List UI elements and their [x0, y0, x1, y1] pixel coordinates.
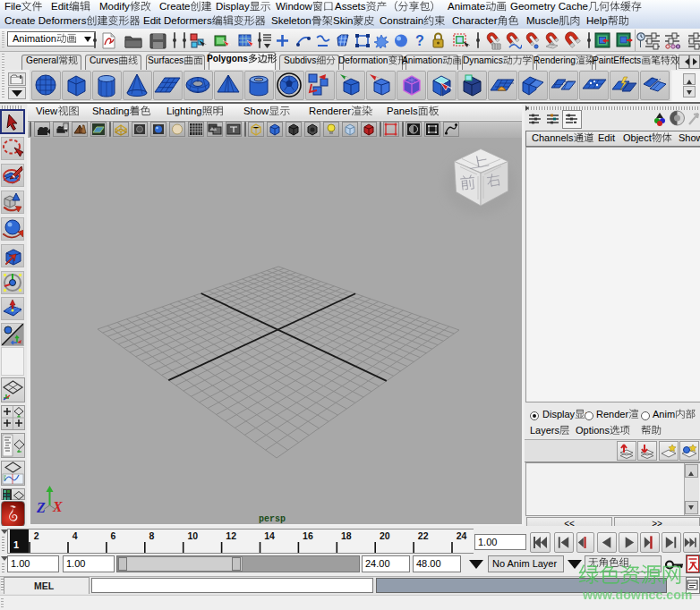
- svg-text:22: 22: [418, 530, 429, 541]
- svg-text:Curves: Curves: [90, 55, 118, 65]
- svg-text:Animate: Animate: [448, 1, 485, 12]
- svg-text:Renderer: Renderer: [309, 106, 351, 116]
- svg-text:persp: persp: [259, 514, 286, 524]
- svg-text:Window: Window: [276, 1, 313, 12]
- svg-text:Create: Create: [159, 1, 191, 12]
- svg-text:Deformation: Deformation: [338, 55, 388, 65]
- svg-text:Assets: Assets: [335, 1, 366, 12]
- svg-text:?: ?: [415, 33, 424, 48]
- svg-text:Animation: Animation: [13, 33, 56, 44]
- svg-text:4: 4: [73, 530, 78, 541]
- svg-text:Animation: Animation: [402, 55, 442, 65]
- svg-text:8: 8: [149, 530, 155, 541]
- svg-text:Anim: Anim: [653, 409, 675, 419]
- svg-text:PaintEffects: PaintEffects: [593, 55, 641, 65]
- svg-text:www.downcc.com: www.downcc.com: [582, 588, 692, 602]
- svg-text:12: 12: [226, 530, 236, 541]
- svg-text:Modify: Modify: [99, 1, 130, 12]
- svg-text:Dynamics: Dynamics: [463, 55, 503, 65]
- svg-text:Layers: Layers: [530, 425, 560, 436]
- svg-text:Display: Display: [216, 1, 250, 12]
- svg-text:Display: Display: [542, 409, 576, 419]
- svg-text:Edit: Edit: [598, 132, 615, 143]
- svg-text:Panels: Panels: [387, 106, 418, 116]
- svg-text:Edit: Edit: [51, 1, 70, 12]
- svg-text:General: General: [26, 55, 58, 65]
- svg-text:Muscle: Muscle: [526, 15, 559, 26]
- svg-text:6: 6: [111, 530, 116, 541]
- svg-text:Render: Render: [596, 409, 628, 419]
- svg-text:Geometry Cache: Geometry Cache: [510, 1, 588, 12]
- svg-text:24: 24: [457, 530, 467, 541]
- svg-text:10: 10: [187, 530, 198, 541]
- svg-text:Show: Show: [679, 132, 700, 143]
- svg-text:Edit Deformers: Edit Deformers: [143, 15, 212, 26]
- svg-text:Character: Character: [452, 15, 498, 26]
- svg-text:View: View: [36, 106, 58, 116]
- svg-text:Object: Object: [623, 132, 652, 143]
- svg-text:2: 2: [34, 530, 39, 541]
- svg-text:Constrain: Constrain: [380, 15, 423, 26]
- svg-text:Polygons: Polygons: [207, 54, 248, 64]
- svg-text:Subdivs: Subdivs: [284, 55, 316, 65]
- svg-text:20: 20: [380, 530, 390, 541]
- svg-text:Z: Z: [36, 500, 46, 515]
- svg-text:Skeleton: Skeleton: [271, 15, 312, 26]
- svg-text:Show: Show: [243, 106, 269, 116]
- svg-text:18: 18: [341, 530, 352, 541]
- svg-text:Skin: Skin: [333, 15, 353, 26]
- svg-text:X: X: [52, 499, 63, 514]
- svg-text:16: 16: [303, 530, 313, 541]
- svg-text:Channels: Channels: [532, 132, 574, 143]
- svg-text:Lighting: Lighting: [166, 106, 202, 116]
- svg-text:Help: Help: [586, 15, 608, 26]
- svg-text:Surfaces: Surfaces: [148, 55, 184, 65]
- svg-text:Shading: Shading: [92, 106, 129, 116]
- svg-text:14: 14: [264, 530, 275, 541]
- svg-text:File: File: [4, 1, 21, 12]
- svg-text:Create Deformers: Create Deformers: [4, 15, 87, 26]
- svg-text:Options: Options: [576, 425, 610, 436]
- svg-text:Rendering: Rendering: [534, 55, 576, 65]
